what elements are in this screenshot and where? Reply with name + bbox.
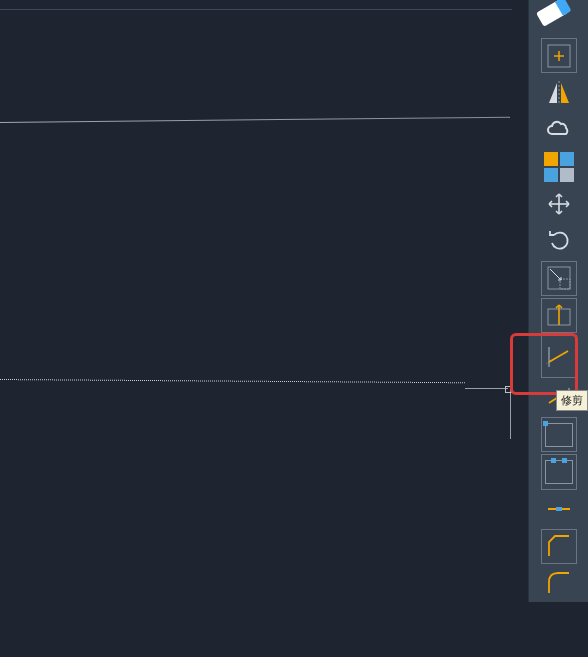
app-root: 修剪 — [0, 0, 588, 657]
break-point-icon[interactable] — [541, 417, 577, 452]
modify-toolbar — [528, 0, 588, 602]
trim-icon[interactable] — [541, 335, 577, 378]
move-icon[interactable] — [541, 187, 577, 222]
tooltip: 修剪 — [556, 390, 588, 411]
line-segment-tail — [465, 388, 508, 389]
scale-icon[interactable] — [541, 261, 577, 296]
svg-line-13 — [550, 269, 561, 280]
eraser-icon[interactable] — [541, 1, 577, 36]
drawing-canvas[interactable] — [0, 9, 512, 601]
svg-rect-25 — [559, 507, 562, 511]
mirror-icon[interactable] — [541, 75, 577, 110]
dashed-selection-line — [0, 379, 465, 383]
svg-rect-12 — [560, 279, 570, 289]
rotate-icon[interactable] — [541, 224, 577, 259]
cloud-icon[interactable] — [541, 112, 577, 147]
endpoint-marker-icon — [505, 386, 512, 393]
svg-rect-24 — [556, 507, 559, 511]
chamfer-icon[interactable] — [541, 529, 577, 564]
join-icon[interactable] — [541, 492, 577, 527]
new-sheet-icon[interactable] — [541, 38, 577, 73]
color-grid-icon[interactable] — [541, 150, 577, 185]
solid-line — [0, 117, 510, 123]
fillet-icon[interactable] — [541, 566, 577, 601]
break-icon[interactable] — [541, 454, 577, 489]
stretch-icon[interactable] — [541, 298, 577, 333]
svg-line-17 — [549, 351, 568, 362]
